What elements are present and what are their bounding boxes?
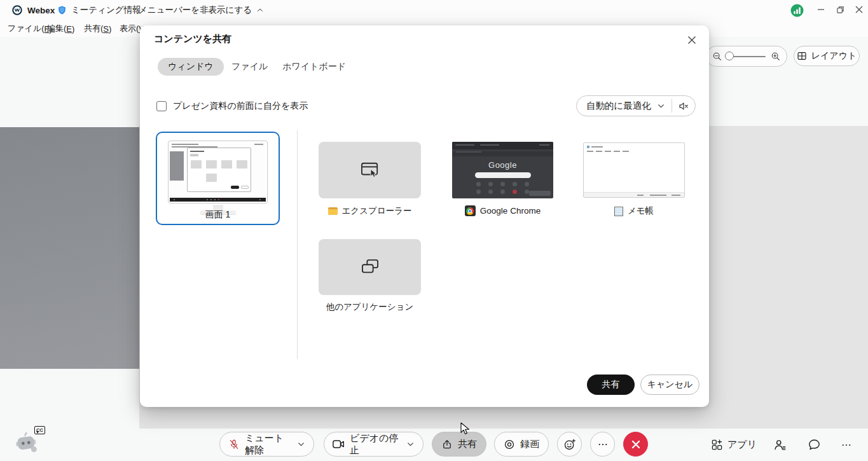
window-label-notepad: メモ帳 [583, 205, 685, 217]
unmute-label: ミュート解除 [245, 432, 292, 457]
participants-button[interactable] [773, 429, 787, 461]
layout-grid-icon [797, 51, 807, 61]
hide-menubar-button[interactable]: メニューバーを非表示にする [139, 0, 264, 20]
camera-icon [333, 439, 345, 449]
webex-window: Webex ミーティング情報 メニューバーを非表示にする ファイル(F [0, 0, 868, 461]
app-brand: Webex [11, 0, 55, 20]
reactions-icon [563, 438, 576, 451]
dialog-title: コンテンツを共有 [154, 33, 231, 45]
optimize-dropdown[interactable]: 自動的に最適化 [576, 95, 696, 116]
webex-logo [11, 4, 23, 16]
chevron-down-icon [657, 102, 665, 110]
stop-video-label: ビデオの停止 [350, 432, 401, 457]
chrome-icon [465, 205, 476, 216]
speaker-muted-icon[interactable] [678, 100, 689, 112]
divider [297, 130, 298, 359]
window-card-explorer[interactable] [319, 142, 421, 198]
screen-1-card[interactable]: 画面 1 [156, 132, 280, 225]
divider [672, 99, 672, 113]
reactions-button[interactable] [557, 432, 582, 457]
screen-1-thumbnail [170, 142, 266, 202]
restore-icon[interactable] [830, 0, 850, 19]
share-toolbar-button[interactable]: 共有 [432, 432, 486, 457]
window-card-notepad[interactable] [583, 142, 685, 198]
stacked-windows-icon [361, 259, 380, 275]
folder-icon [328, 207, 338, 215]
hangup-icon [631, 439, 641, 450]
record-button[interactable]: 録画 [494, 432, 549, 457]
mic-muted-icon [228, 439, 240, 450]
unmute-button[interactable]: ミュート解除 [219, 432, 314, 457]
window-card-chrome[interactable]: Google [452, 142, 553, 198]
dialog-share-button[interactable]: 共有 [587, 375, 635, 395]
more-icon [597, 439, 609, 450]
chevron-down-icon[interactable] [297, 440, 305, 448]
window-close-icon[interactable] [850, 0, 868, 19]
assistant-robot-icon [14, 431, 50, 459]
titlebar: Webex ミーティング情報 メニューバーを非表示にする [0, 0, 868, 20]
zoom-slider[interactable] [726, 56, 766, 57]
chevron-up-icon [256, 6, 264, 14]
dialog-close-button[interactable] [684, 32, 700, 48]
mouse-cursor [460, 422, 471, 439]
apps-icon [711, 439, 723, 451]
zoom-slider-knob[interactable] [725, 52, 734, 60]
apps-label: アプリ [727, 439, 757, 451]
zoom-control [706, 46, 787, 67]
tab-whiteboard[interactable]: ホワイトボード [272, 58, 356, 76]
window-label-other-apps: 他のアプリケーション [319, 301, 421, 313]
meeting-info-label: ミーティング情報 [71, 4, 141, 16]
meeting-toolbar: CC ミュート解除 ビデオの停止 共有 [0, 429, 868, 461]
screen-1-label: 画面 1 [157, 209, 279, 221]
record-icon [504, 439, 515, 450]
signal-icon [790, 0, 804, 20]
window-card-other-apps[interactable] [319, 239, 421, 295]
dialog-cancel-button[interactable]: キャンセル [640, 375, 699, 395]
tab-window[interactable]: ウィンドウ [158, 58, 224, 76]
shield-icon [57, 5, 67, 15]
zoom-in-icon[interactable] [771, 52, 781, 62]
stop-video-button[interactable]: ビデオの停止 [324, 432, 424, 457]
chat-icon [808, 438, 821, 451]
panel-more-button[interactable] [841, 429, 852, 461]
optimize-dropdown-value: 自動的に最適化 [586, 100, 651, 112]
layout-button[interactable]: レイアウト [794, 46, 860, 66]
zoom-out-icon[interactable] [712, 52, 722, 62]
cc-badge: CC [34, 426, 45, 434]
hide-menubar-label: メニューバーを非表示にする [139, 4, 252, 16]
participants-icon [773, 438, 787, 451]
window-cursor-icon [361, 162, 380, 179]
assistant-button[interactable]: CC [14, 431, 50, 459]
menu-edit[interactable]: 編集(E) [45, 20, 77, 37]
window-label-explorer: エクスプローラー [319, 205, 421, 217]
chat-button[interactable] [808, 429, 821, 461]
more-icon [841, 439, 852, 451]
share-toolbar-label: 共有 [458, 438, 477, 450]
menu-share[interactable]: 共有(S) [81, 20, 114, 37]
present-self-label: プレゼン資料の前面に自分を表示 [173, 100, 308, 112]
present-self-row: プレゼン資料の前面に自分を表示 [156, 100, 308, 112]
screen-1-monitor [168, 141, 268, 203]
more-options-button[interactable] [590, 432, 615, 457]
tab-file[interactable]: ファイル [221, 58, 278, 76]
chevron-down-icon[interactable] [406, 440, 415, 448]
app-title: Webex [27, 6, 55, 15]
window-label-chrome: Google Chrome [452, 205, 553, 216]
layout-button-label: レイアウト [811, 50, 857, 62]
apps-button[interactable]: アプリ [711, 429, 757, 461]
share-content-dialog: コンテンツを共有 ウィンドウ ファイル ホワイトボード プレゼン資料の前面に自分… [140, 25, 709, 407]
record-label: 録画 [520, 438, 539, 450]
chrome-thumb-logo-text: Google [452, 160, 553, 170]
notepad-icon [614, 207, 623, 216]
present-self-checkbox[interactable] [156, 101, 167, 111]
minimize-icon[interactable] [811, 0, 830, 19]
meeting-info-button[interactable]: ミーティング情報 [57, 0, 141, 20]
leave-meeting-button[interactable] [623, 432, 648, 457]
share-icon [441, 439, 453, 450]
video-tile [0, 127, 139, 369]
